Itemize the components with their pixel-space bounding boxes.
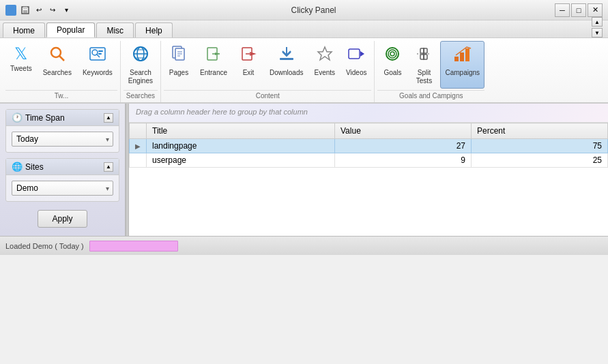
svg-point-6 <box>92 50 98 55</box>
ribbon-btn-searches[interactable]: Searches <box>38 41 76 89</box>
svg-rect-24 <box>280 58 293 60</box>
sites-icon: 🌐 <box>12 162 23 172</box>
ribbon-btn-search-engines[interactable]: Search Engines <box>124 41 158 89</box>
row-percent: 75 <box>472 139 608 153</box>
svg-rect-36 <box>454 57 459 61</box>
ribbon-btn-events[interactable]: Events <box>310 41 341 89</box>
twitter-icon: 𝕏 <box>14 44 27 63</box>
row-expand-cell[interactable]: ▶ <box>130 139 147 153</box>
svg-rect-8 <box>98 50 103 52</box>
grid-container[interactable]: Title Value Percent ▶ landingpage 27 75 … <box>129 123 608 236</box>
row-title: userpage <box>147 153 335 168</box>
sites-dropdown-wrapper: Demo Site 1 Site 2 ▾ <box>12 181 113 196</box>
ribbon-group-searches: Search Engines Searches <box>121 41 161 102</box>
svg-rect-37 <box>460 52 464 61</box>
campaigns-icon <box>453 44 472 67</box>
ribbon-btn-exit[interactable]: Exit <box>233 41 263 89</box>
quick-access-dropdown[interactable]: ▾ <box>60 4 72 16</box>
row-value: 9 <box>335 153 472 168</box>
timespan-collapse[interactable]: ▲ <box>104 113 113 123</box>
events-icon <box>315 44 334 67</box>
ribbon-content-items: Pages Entrance <box>164 41 372 89</box>
svg-rect-9 <box>98 53 102 55</box>
title-bar: ↩ ↪ ▾ Clicky Panel ─ □ ✕ <box>0 0 608 20</box>
grid-header: Title Value Percent <box>130 123 608 139</box>
tab-help[interactable]: Help <box>135 22 173 37</box>
col-header-percent[interactable]: Percent <box>472 123 608 139</box>
close-button[interactable]: ✕ <box>588 3 603 17</box>
ribbon-nav: ▲ ▼ <box>589 17 605 37</box>
table-row[interactable]: ▶ landingpage 27 75 <box>130 139 608 153</box>
split-icon <box>414 44 433 67</box>
ribbon-btn-pages[interactable]: Pages <box>164 41 194 89</box>
svg-line-4 <box>59 56 64 61</box>
quick-access-toolbar: ↩ ↪ ▾ <box>19 4 72 16</box>
timespan-select[interactable]: Today Yesterday Last 7 Days Last 30 Days… <box>12 132 113 147</box>
row-percent: 25 <box>472 153 608 168</box>
timespan-header-left: 🕐 Time Span <box>12 112 65 123</box>
col-header-title[interactable]: Title <box>147 123 335 139</box>
undo-button[interactable]: ↩ <box>33 4 45 16</box>
timespan-label: Time Span <box>25 113 65 123</box>
maximize-button[interactable]: □ <box>571 3 586 17</box>
main-area: 🕐 Time Span ▲ Today Yesterday Last 7 Day… <box>0 104 608 236</box>
timespan-body: Today Yesterday Last 7 Days Last 30 Days… <box>6 126 119 152</box>
keyword-icon <box>88 44 107 67</box>
ribbon-tweets-items: 𝕏 Tweets Searches <box>5 41 117 89</box>
ribbon-btn-goals[interactable]: Goals <box>377 41 407 89</box>
svg-line-7 <box>97 55 100 57</box>
svg-rect-1 <box>23 10 27 13</box>
redo-button[interactable]: ↪ <box>46 4 59 16</box>
ribbon-btn-downloads[interactable]: Downloads <box>265 41 308 89</box>
col-header-expand <box>130 123 147 139</box>
pages-icon <box>169 44 188 67</box>
window-title: Clicky Panel <box>291 5 336 15</box>
ribbon-btn-entrance[interactable]: Entrance <box>195 41 232 89</box>
ribbon: 𝕏 Tweets Searches <box>0 38 608 104</box>
videos-icon <box>347 44 366 67</box>
minimize-button[interactable]: ─ <box>555 3 570 17</box>
exit-icon <box>239 44 258 67</box>
svg-marker-26 <box>318 47 332 60</box>
expand-icon[interactable]: ▶ <box>135 142 141 150</box>
tab-bar: Home Popular Misc Help ▲ ▼ <box>0 20 608 38</box>
ribbon-btn-campaigns[interactable]: Campaigns <box>440 41 484 89</box>
svg-rect-2 <box>23 7 27 9</box>
ribbon-btn-videos[interactable]: Videos <box>341 41 371 89</box>
sites-header[interactable]: 🌐 Sites ▲ <box>6 159 119 175</box>
row-expand-cell <box>130 153 147 168</box>
row-value: 27 <box>335 139 472 153</box>
sites-collapse[interactable]: ▲ <box>104 162 113 172</box>
ribbon-group-label-tw: Tw... <box>5 90 117 100</box>
data-panel: Drag a column header here to group by th… <box>129 104 608 236</box>
grid-body: ▶ landingpage 27 75 userpage 9 25 <box>130 139 608 168</box>
sites-label: Sites <box>25 162 44 172</box>
ribbon-group-label-searches: Searches <box>124 90 158 100</box>
save-button[interactable] <box>19 4 31 16</box>
ribbon-btn-tweets[interactable]: 𝕏 Tweets <box>5 41 37 89</box>
row-title: landingpage <box>147 139 335 153</box>
ribbon-nav-up[interactable]: ▲ <box>592 17 603 27</box>
tab-home[interactable]: Home <box>3 22 45 37</box>
goals-icon <box>383 44 402 67</box>
sites-body: Demo Site 1 Site 2 ▾ <box>6 175 119 201</box>
app-icon <box>5 5 16 16</box>
drag-header: Drag a column header here to group by th… <box>129 104 608 123</box>
timespan-dropdown-wrapper: Today Yesterday Last 7 Days Last 30 Days… <box>12 132 113 147</box>
ribbon-btn-split-tests[interactable]: Split Tests <box>409 41 439 89</box>
svg-point-3 <box>51 48 61 57</box>
table-row[interactable]: userpage 9 25 <box>130 153 608 168</box>
timespan-header[interactable]: 🕐 Time Span ▲ <box>6 110 119 126</box>
apply-button[interactable]: Apply <box>38 210 87 228</box>
ribbon-btn-keywords[interactable]: Keywords <box>78 41 117 89</box>
svg-point-31 <box>390 52 394 56</box>
svg-marker-28 <box>360 51 364 57</box>
tab-popular[interactable]: Popular <box>46 22 95 37</box>
col-header-value[interactable]: Value <box>335 123 472 139</box>
sites-section: 🌐 Sites ▲ Demo Site 1 Site 2 ▾ <box>5 158 119 202</box>
ribbon-nav-down[interactable]: ▼ <box>592 28 603 37</box>
window-controls: ─ □ ✕ <box>555 3 603 17</box>
ribbon-group-tweets: 𝕏 Tweets Searches <box>3 41 121 102</box>
tab-misc[interactable]: Misc <box>96 22 134 37</box>
sites-select[interactable]: Demo Site 1 Site 2 <box>12 181 113 196</box>
